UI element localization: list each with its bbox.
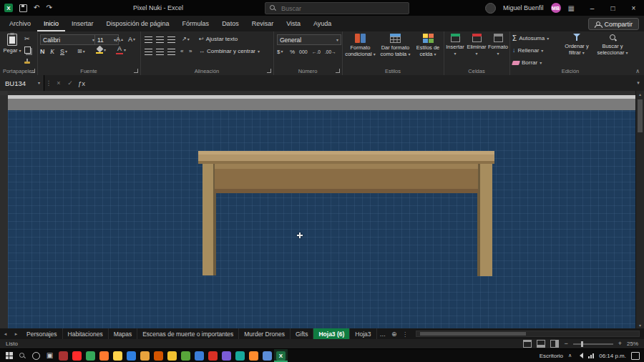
find-select-button[interactable]: Buscar yseleccionar ▾ [595, 34, 630, 56]
confirm-entry-icon[interactable]: ✓ [64, 79, 76, 87]
taskbar-app-6[interactable] [125, 349, 138, 362]
taskbar-app-8[interactable] [152, 349, 165, 362]
taskbar-app-7[interactable] [138, 349, 152, 362]
view-page-layout-icon[interactable] [537, 340, 545, 348]
save-icon[interactable] [19, 4, 27, 12]
formula-bar-handle[interactable]: ⋮ [44, 79, 53, 87]
copy-button[interactable] [24, 45, 31, 55]
view-normal-icon[interactable] [523, 340, 532, 348]
sheet-nav-next-icon[interactable]: ▸ [11, 328, 21, 339]
tab-revisar[interactable]: Revisar [245, 16, 280, 31]
decrease-indent-button[interactable]: « [180, 47, 183, 57]
align-right-button[interactable] [167, 47, 175, 57]
vertical-scrollbar[interactable]: ▴ ▾ [635, 91, 644, 328]
tab-datos[interactable]: Datos [215, 16, 245, 31]
format-as-table-button[interactable]: Dar formatocomo tabla ▾ [379, 34, 412, 57]
horizontal-scroll-thumb[interactable] [420, 332, 526, 336]
taskbar-app-1[interactable] [57, 349, 70, 362]
taskbar-search-button[interactable] [16, 349, 29, 362]
cancel-entry-icon[interactable]: × [53, 79, 64, 87]
tray-expand-icon[interactable]: ∧ [568, 353, 572, 358]
format-painter-button[interactable] [24, 57, 30, 67]
align-left-button[interactable] [145, 47, 152, 57]
taskbar-app-5[interactable] [111, 349, 125, 362]
zoom-in-icon[interactable]: + [618, 341, 622, 347]
taskbar-app-14[interactable] [233, 349, 247, 362]
taskbar-app-2[interactable] [70, 349, 84, 362]
tab-disposicion[interactable]: Disposición de página [100, 16, 176, 31]
sheet-tab-escenas[interactable]: Escenas de muerte o importantes [137, 328, 239, 339]
sheet-tab-hoja3-6-active[interactable]: Hoja3 (6) [313, 328, 350, 339]
start-button[interactable] [2, 349, 16, 362]
decrease-font-button[interactable]: A▾ [128, 34, 135, 44]
sheet-tab-hoja3[interactable]: Hoja3 [350, 328, 376, 339]
align-middle-button[interactable] [156, 34, 164, 44]
autosum-button[interactable]: ΣAutosuma▾ [512, 34, 549, 43]
close-button[interactable]: × [623, 0, 644, 16]
scroll-down-icon[interactable]: ▾ [636, 323, 644, 328]
sheet-nav-prev-icon[interactable]: ◂ [0, 328, 11, 339]
zoom-level[interactable]: 25% [627, 341, 638, 347]
tab-formulas[interactable]: Fórmulas [176, 16, 216, 31]
clock[interactable]: 06:14 p.m. [599, 353, 626, 359]
font-size-combo[interactable]: 11▾ [94, 34, 119, 45]
insert-cells-button[interactable]: Insertar ▾ [445, 34, 465, 57]
share-button[interactable]: Compartir [588, 18, 639, 30]
font-name-combo[interactable]: Calibri▾ [40, 34, 97, 45]
task-view-button[interactable]: ▣ [43, 349, 57, 362]
insert-function-icon[interactable]: ƒx [76, 79, 87, 87]
volume-icon[interactable] [577, 353, 583, 358]
taskbar-app-16[interactable] [260, 349, 274, 362]
vertical-scroll-thumb[interactable] [638, 99, 643, 132]
decrease-decimal-button[interactable]: .00→ [325, 47, 336, 57]
increase-indent-button[interactable]: » [189, 47, 192, 57]
taskbar-app-13[interactable] [220, 349, 233, 362]
search-input[interactable] [280, 4, 390, 13]
sheet-tabs-overflow[interactable]: … [377, 328, 389, 339]
fill-color-button[interactable]: ▾ [96, 45, 106, 55]
notification-center-icon[interactable] [631, 352, 640, 360]
taskbar-app-9[interactable] [165, 349, 179, 362]
cell-styles-button[interactable]: Estilos decelda ▾ [414, 34, 442, 57]
scroll-up-icon[interactable]: ▴ [636, 92, 644, 97]
avatar[interactable]: MB [551, 3, 561, 13]
format-cells-button[interactable]: Formato ▾ [488, 34, 508, 57]
wrap-text-button[interactable]: ↩Ajustar texto [199, 34, 238, 44]
taskbar-app-15[interactable] [247, 349, 260, 362]
taskbar-app-4[interactable] [97, 349, 111, 362]
sheet-tab-mapas[interactable]: Mapas [109, 328, 138, 339]
font-color-button[interactable]: A▾ [116, 45, 126, 55]
tab-insertar[interactable]: Insertar [65, 16, 100, 31]
sheet-tab-habitaciones[interactable]: Habitaciones [63, 328, 109, 339]
horizontal-scrollbar[interactable] [416, 331, 640, 337]
sheet-tab-murder-drones[interactable]: Murder Drones [239, 328, 291, 339]
add-sheet-icon[interactable]: ⊕ [389, 328, 400, 339]
paste-button[interactable]: Pegar ▾ [2, 34, 22, 54]
formula-input-area[interactable] [87, 75, 633, 91]
zoom-slider-thumb[interactable] [581, 341, 583, 347]
zoom-slider[interactable] [573, 343, 613, 345]
increase-font-button[interactable]: A▴ [116, 34, 123, 44]
sheet-tab-menu-icon[interactable]: ⋮ [400, 328, 411, 339]
sheet-tab-gifts[interactable]: Gifts [291, 328, 313, 339]
align-top-button[interactable] [145, 34, 152, 44]
increase-decimal-button[interactable]: ←.0 [312, 47, 321, 57]
dialog-launcher-icon[interactable] [267, 69, 271, 73]
dialog-launcher-icon[interactable] [134, 69, 138, 73]
merge-center-button[interactable]: ↔Combinar y centrar▾ [199, 47, 260, 56]
maximize-button[interactable]: □ [602, 0, 623, 16]
sort-filter-button[interactable]: Ordenar yfiltrar ▾ [560, 34, 594, 56]
sheet-canvas[interactable] [8, 95, 636, 328]
dialog-launcher-icon[interactable] [336, 69, 340, 73]
orientation-button[interactable]: ↗▾ [182, 34, 190, 44]
clear-button[interactable]: Borrar▾ [512, 58, 542, 67]
comma-style-button[interactable]: 000 [299, 47, 308, 57]
conditional-formatting-button[interactable]: Formatocondicional ▾ [343, 34, 377, 57]
collapse-ribbon-icon[interactable]: ∧ [635, 68, 640, 74]
redo-icon[interactable]: ↷ [46, 4, 52, 11]
taskbar-app-3[interactable] [84, 349, 97, 362]
apps-grid-icon[interactable]: ▦ [568, 4, 575, 12]
borders-button[interactable]: ⊞▾ [77, 47, 85, 57]
align-center-button[interactable] [156, 47, 164, 57]
formula-input[interactable] [87, 75, 635, 92]
